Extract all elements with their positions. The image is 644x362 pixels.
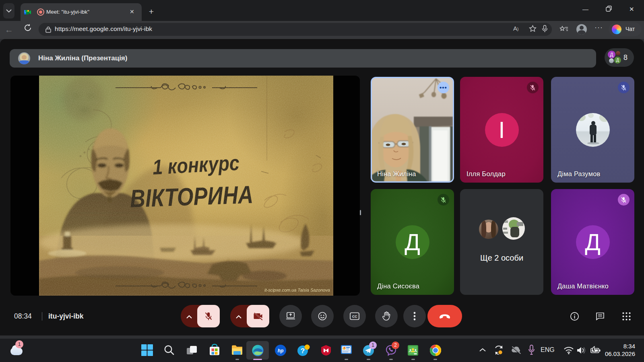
svg-text:?: ? (301, 347, 305, 355)
svg-text:CC: CC (352, 315, 357, 319)
svg-text:hp: hp (278, 348, 284, 354)
